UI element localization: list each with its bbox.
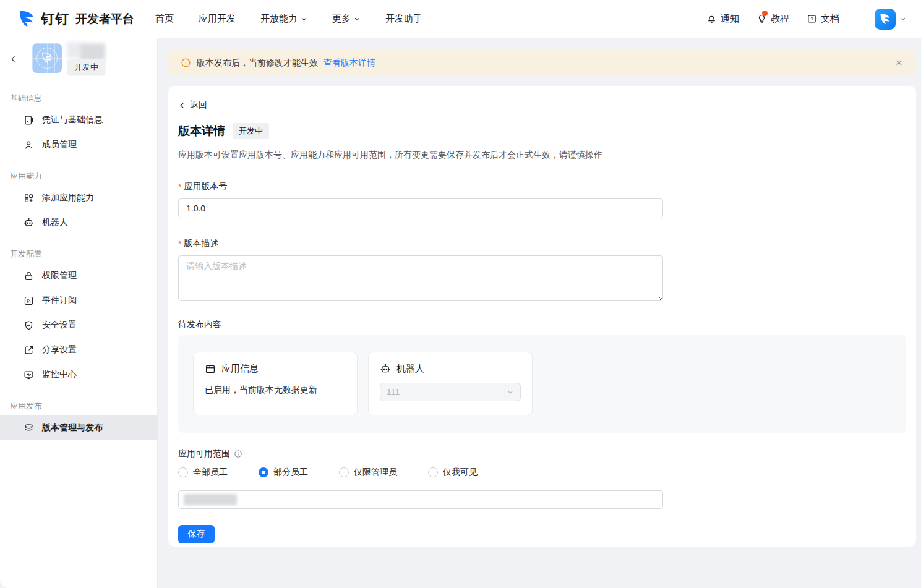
add-capability-icon xyxy=(24,193,34,203)
selected-scope-blurred xyxy=(184,494,237,505)
share-icon xyxy=(24,345,34,356)
sidebar-item-share-settings[interactable]: 分享设置 xyxy=(0,338,157,362)
info-circle-icon xyxy=(234,450,242,458)
dingtalk-logo-icon xyxy=(17,10,36,28)
pending-card-title: 机器人 xyxy=(396,363,424,375)
collapse-sidebar-button[interactable] xyxy=(9,54,18,64)
chevron-down-icon xyxy=(301,15,307,22)
banner-text: 版本发布后，当前修改才能生效 xyxy=(197,58,318,69)
credential-icon xyxy=(24,115,34,126)
version-notice-banner: 版本发布后，当前修改才能生效 查看版本详情 xyxy=(168,49,916,76)
sidebar: 开发中 基础信息 凭证与基础信息 成员管理 应用能力 添加应用能力 xyxy=(0,38,158,588)
radio-circle xyxy=(178,467,188,477)
topbar-actions: 通知 教程 文档 xyxy=(706,9,906,30)
app-logo xyxy=(32,43,62,73)
pending-card-status: 已启用，当前版本无数据更新 xyxy=(205,385,346,396)
version-desc-label: 版本描述 xyxy=(184,238,218,249)
sidebar-item-label: 版本管理与发布 xyxy=(42,422,103,433)
radio-only-me[interactable]: 仅我可见 xyxy=(428,467,478,478)
brand[interactable]: 钉钉 开发者平台 xyxy=(17,10,134,28)
sidebar-item-members[interactable]: 成员管理 xyxy=(0,132,157,157)
sidebar-item-label: 凭证与基础信息 xyxy=(42,114,103,126)
sidebar-item-event-subscription[interactable]: 事件订阅 xyxy=(0,288,157,313)
sidebar-item-label: 权限管理 xyxy=(42,270,77,281)
sidebar-item-credentials[interactable]: 凭证与基础信息 xyxy=(0,108,157,132)
user-menu[interactable] xyxy=(875,9,906,30)
sidebar-app-header: 开发中 xyxy=(0,38,157,80)
shield-check-icon xyxy=(24,320,34,331)
version-desc-textarea[interactable] xyxy=(178,255,663,301)
pending-card-app-info: 应用信息 已启用，当前版本无数据更新 xyxy=(193,352,358,415)
sidebar-item-label: 监控中心 xyxy=(42,369,77,380)
divider xyxy=(857,12,857,26)
robot-select[interactable]: 111 xyxy=(380,383,521,401)
sidebar-item-label: 成员管理 xyxy=(42,139,77,150)
monitor-icon xyxy=(24,370,34,380)
required-asterisk: * xyxy=(178,182,181,192)
nav-more[interactable]: 更多 xyxy=(332,13,361,25)
app-status-badge: 开发中 xyxy=(67,59,106,76)
notification-dot xyxy=(762,11,768,16)
save-button[interactable]: 保存 xyxy=(178,525,215,543)
scope-members-input[interactable] xyxy=(178,490,663,509)
info-icon xyxy=(181,58,191,68)
radio-all-staff[interactable]: 全部员工 xyxy=(178,467,228,478)
back-button[interactable]: 返回 xyxy=(178,100,221,111)
page-title: 版本详情 xyxy=(178,123,225,139)
close-icon[interactable] xyxy=(894,58,904,67)
view-version-details-link[interactable]: 查看版本详情 xyxy=(323,58,375,69)
version-detail-panel: 返回 版本详情 开发中 应用版本可设置应用版本号、应用能力和应用可用范围，所有变… xyxy=(168,86,916,547)
sidebar-item-label: 事件订阅 xyxy=(42,295,77,306)
pending-card-robot: 机器人 111 xyxy=(368,352,533,415)
scope-label: 应用可用范围 xyxy=(178,448,230,459)
sidebar-item-add-capability[interactable]: 添加应用能力 xyxy=(0,185,157,210)
sidebar-item-monitor-center[interactable]: 监控中心 xyxy=(0,362,157,387)
bell-icon xyxy=(706,14,717,24)
robot-select-value: 111 xyxy=(387,387,400,397)
nav-home[interactable]: 首页 xyxy=(155,13,174,25)
sidebar-item-robot[interactable]: 机器人 xyxy=(0,210,157,235)
sidebar-item-label: 机器人 xyxy=(42,217,68,228)
notifications-button[interactable]: 通知 xyxy=(706,13,739,25)
required-asterisk: * xyxy=(178,239,181,249)
sidebar-item-security[interactable]: 安全设置 xyxy=(0,313,157,338)
version-number-input[interactable] xyxy=(178,198,663,218)
page-description: 应用版本可设置应用版本号、应用能力和应用可用范围，所有变更需要保存并发布后才会正… xyxy=(178,150,906,161)
versions-icon xyxy=(24,423,34,433)
lock-icon xyxy=(24,271,34,281)
nav-dev-assistant[interactable]: 开发助手 xyxy=(385,13,422,25)
robot-icon xyxy=(24,218,34,228)
sidebar-item-label: 分享设置 xyxy=(42,344,77,356)
sidebar-item-label: 添加应用能力 xyxy=(42,192,94,203)
tutorial-button[interactable]: 教程 xyxy=(756,13,789,25)
docs-button[interactable]: 文档 xyxy=(807,13,839,25)
nav-open-capability[interactable]: 开放能力 xyxy=(260,13,307,25)
pending-card-title: 应用信息 xyxy=(221,363,259,375)
chevron-down-icon xyxy=(507,388,514,396)
scope-radio-group: 全部员工 部分员工 仅限管理员 仅我可见 xyxy=(178,467,906,478)
radio-partial-staff[interactable]: 部分员工 xyxy=(259,467,308,478)
top-navbar: 钉钉 开发者平台 首页 应用开发 开放能力 更多 开发助手 通知 教程 xyxy=(0,0,921,38)
pending-content-label: 待发布内容 xyxy=(178,319,906,330)
sidebar-item-version-management[interactable]: 版本管理与发布 xyxy=(0,415,157,440)
robot-icon xyxy=(380,364,391,375)
pending-content-panel: 应用信息 已启用，当前版本无数据更新 机器人 111 xyxy=(178,335,906,433)
sidebar-section-release: 应用发布 xyxy=(0,387,157,415)
sidebar-item-permissions[interactable]: 权限管理 xyxy=(0,263,157,288)
radio-admin-only[interactable]: 仅限管理员 xyxy=(339,467,397,478)
doc-icon xyxy=(807,14,817,24)
chevron-down-icon xyxy=(354,15,361,22)
status-badge: 开发中 xyxy=(233,123,269,139)
chevron-left-icon xyxy=(178,101,186,109)
radio-circle xyxy=(428,467,438,477)
avatar xyxy=(875,9,896,30)
brand-suffix: 开发者平台 xyxy=(75,11,134,27)
sidebar-section-dev-config: 开发配置 xyxy=(0,235,157,263)
radio-circle xyxy=(259,467,268,477)
member-icon xyxy=(24,140,34,150)
sidebar-section-capabilities: 应用能力 xyxy=(0,157,157,185)
sidebar-item-label: 安全设置 xyxy=(42,320,77,331)
app-info-icon xyxy=(205,364,216,375)
nav-app-dev[interactable]: 应用开发 xyxy=(199,13,236,25)
chevron-down-icon xyxy=(899,15,906,22)
